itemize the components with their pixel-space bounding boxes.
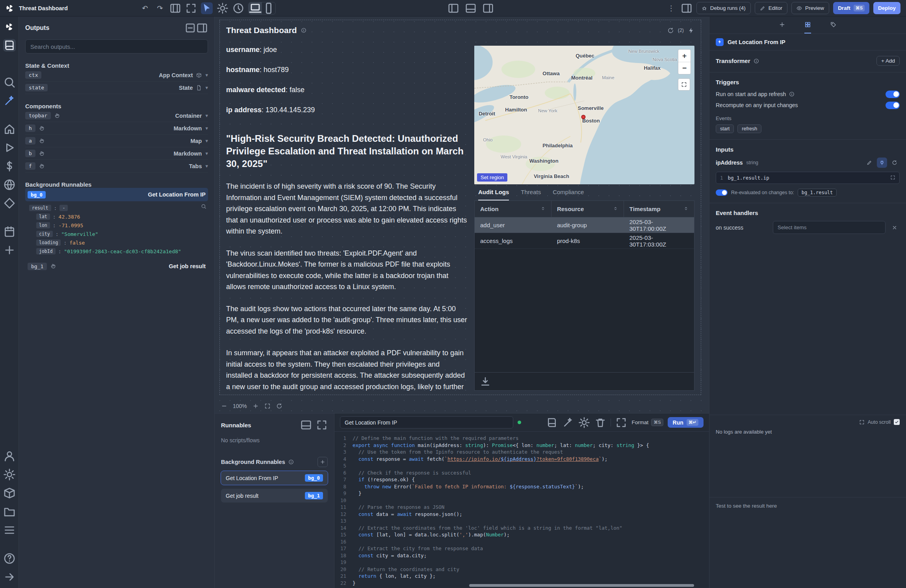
app-container[interactable]: Threat Dashboard (2) username: jdoe host… (219, 20, 701, 395)
redo-icon[interactable]: ↷ (154, 4, 165, 13)
json-field-row[interactable]: loading : false (29, 238, 206, 247)
app-canvas[interactable]: Threat Dashboard (2) username: jdoe host… (215, 17, 709, 413)
editor-settings-icon[interactable] (578, 417, 590, 428)
right-panel-toggle-icon[interactable] (482, 2, 494, 14)
trigger-toggle[interactable] (886, 102, 900, 109)
download-table-icon[interactable] (479, 376, 491, 388)
sort-icon[interactable] (613, 206, 618, 212)
expand-editor-icon[interactable] (615, 417, 627, 428)
map-fullscreen-button[interactable] (678, 78, 690, 91)
state-row[interactable]: state State ▾ (25, 82, 208, 94)
undo-icon[interactable]: ↶ (139, 4, 150, 13)
debug-runs-button[interactable]: Debug runs (4) (696, 2, 751, 14)
column-header[interactable]: Action (475, 201, 551, 217)
collapse-all-icon[interactable] (184, 22, 196, 34)
schedules-icon[interactable] (3, 197, 16, 210)
edit-input-icon[interactable] (864, 158, 874, 168)
on-success-select[interactable]: Select items (773, 221, 886, 234)
search-nav-icon[interactable] (3, 76, 16, 89)
run-button[interactable]: Run ⌘↵ (668, 417, 704, 428)
info-icon[interactable] (301, 28, 306, 33)
editor-button[interactable]: Editor (755, 2, 787, 14)
folders-icon[interactable] (3, 505, 16, 518)
runnable-item[interactable]: Get job result bg_1 (221, 489, 328, 503)
chevron-down-icon[interactable]: ▾ (205, 72, 208, 78)
variables-icon[interactable] (3, 160, 16, 173)
chevron-down-icon[interactable]: ▾ (205, 138, 208, 144)
collapse-rail-icon[interactable] (3, 571, 16, 583)
desktop-view-icon[interactable] (249, 2, 262, 14)
collapse-node-control[interactable]: - (59, 205, 68, 211)
expand-logs-icon[interactable] (859, 419, 865, 425)
more-menu-icon[interactable]: ⋮ (666, 4, 677, 13)
chevron-down-icon[interactable]: ▾ (205, 113, 208, 119)
input-expression-editor[interactable]: 1 bg_1.result.ip (716, 172, 900, 184)
dock-panel-icon[interactable] (300, 419, 312, 431)
search-outputs-input[interactable] (25, 39, 208, 54)
json-field-row[interactable]: lat : 42.3876 (29, 212, 206, 221)
json-field-row[interactable]: city : "Somerville" (29, 230, 206, 238)
hand-icon[interactable] (39, 163, 45, 169)
hand-icon[interactable] (54, 113, 60, 119)
hand-icon[interactable] (39, 138, 45, 144)
sort-icon[interactable] (683, 206, 689, 212)
map-zoom-in-button[interactable]: + (678, 50, 691, 62)
component-row[interactable]: a Map ▾ (25, 135, 208, 147)
debug-zap-icon[interactable] (688, 27, 694, 34)
component-row[interactable]: b Markdown ▾ (25, 147, 208, 160)
reeval-dependency-badge[interactable]: bg_1.result (798, 189, 837, 197)
clear-handler-icon[interactable] (889, 223, 900, 233)
fullscreen-icon[interactable] (185, 2, 197, 14)
sidebar-toggle-icon[interactable] (681, 2, 692, 14)
map-zoom-out-button[interactable]: − (678, 62, 691, 74)
theme-light-icon[interactable] (217, 2, 228, 14)
ai-assist-icon[interactable] (562, 417, 574, 428)
calendar-icon[interactable] (3, 225, 16, 238)
delete-runnable-icon[interactable] (594, 417, 606, 428)
expand-expression-icon[interactable] (890, 175, 895, 181)
runs-icon[interactable] (3, 141, 16, 154)
recompute-icon[interactable] (667, 27, 674, 34)
left-panel-toggle-icon[interactable] (447, 2, 459, 14)
home-logo-icon[interactable] (3, 20, 16, 33)
component-row[interactable]: h Markdown ▾ (25, 122, 208, 135)
table-row[interactable]: access_logsprod-k8s2025-03-30T17:03:00Z (475, 233, 694, 249)
connect-input-icon[interactable] (877, 158, 887, 168)
expand-runnables-icon[interactable] (316, 419, 328, 431)
horizontal-scrollbar[interactable] (469, 584, 694, 587)
component-row[interactable]: f Tabs ▾ (25, 160, 208, 173)
autoscroll-checkbox[interactable] (894, 419, 900, 425)
zoom-out-icon[interactable] (221, 403, 227, 409)
runnable-item[interactable]: Get Location From IP bg_0 (221, 471, 328, 485)
set-region-button[interactable]: Set region (477, 173, 507, 182)
settings-icon[interactable] (3, 468, 16, 481)
zoom-in-icon[interactable] (252, 403, 259, 409)
sort-icon[interactable] (540, 206, 546, 212)
tab-threats[interactable]: Threats (521, 184, 541, 200)
chevron-down-icon[interactable]: ▾ (205, 85, 208, 91)
tab-audit-logs[interactable]: Audit Logs (478, 184, 509, 200)
json-field-row[interactable]: jobId : "0199390f-2843-ceac-dc03-cf8b242… (29, 247, 206, 256)
add-bg-runnable-button[interactable] (317, 457, 328, 467)
favorites-icon[interactable] (3, 58, 16, 70)
home-icon[interactable] (3, 123, 16, 135)
event-badge[interactable]: refresh (737, 124, 761, 133)
account-icon[interactable] (3, 450, 16, 462)
state-row[interactable]: ctx App Context ▾ (25, 69, 208, 82)
mobile-view-icon[interactable] (262, 2, 275, 14)
insp-tab-components-icon[interactable] (804, 17, 811, 33)
ai-wand-icon[interactable] (3, 95, 16, 107)
format-button[interactable]: Format ⌘S (631, 419, 663, 426)
table-row[interactable]: add_useraudit-group2025-03-30T17:00:00Z (475, 217, 694, 233)
column-header[interactable]: Resource (551, 201, 624, 217)
tab-compliance[interactable]: Compliance (553, 184, 584, 200)
code-area[interactable]: 1// Define the main function with the re… (334, 432, 709, 588)
markdown-component[interactable]: username: jdoe hostname: host789 malware… (226, 46, 467, 391)
resources-icon[interactable] (3, 178, 16, 191)
deploy-button[interactable]: Deploy (873, 2, 900, 14)
reeval-toggle[interactable] (716, 189, 728, 196)
add-transformer-button[interactable]: + Add (876, 56, 900, 66)
zoom-reset-icon[interactable] (276, 403, 282, 409)
zoom-fit-icon[interactable] (264, 403, 271, 409)
logs-icon[interactable] (3, 524, 16, 536)
